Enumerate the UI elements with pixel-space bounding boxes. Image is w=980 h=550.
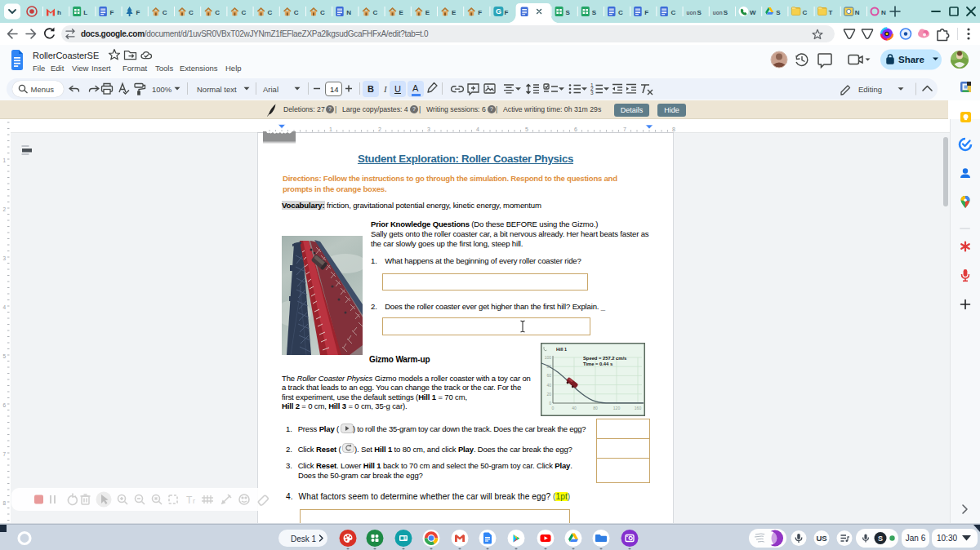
- svg-text:6: 6: [2, 402, 6, 408]
- svg-text:uon: uon: [713, 10, 723, 16]
- svg-text:N: N: [346, 9, 351, 16]
- svg-text:Desk 1: Desk 1: [291, 534, 317, 543]
- svg-text:Share: Share: [898, 55, 924, 64]
- svg-text:F: F: [478, 9, 482, 16]
- svg-text:h: h: [57, 9, 61, 16]
- svg-text:4: 4: [2, 304, 6, 310]
- svg-text:N: N: [881, 9, 886, 16]
- svg-text:E: E: [425, 9, 430, 16]
- svg-text:1: 1: [329, 126, 332, 132]
- svg-text:0: 0: [552, 406, 555, 410]
- svg-text:C: C: [189, 9, 194, 16]
- svg-text:G: G: [496, 7, 501, 16]
- svg-text:3: 3: [590, 90, 594, 95]
- svg-text:L: L: [83, 9, 87, 16]
- svg-text:4: 4: [476, 126, 479, 132]
- svg-text:7: 7: [623, 126, 626, 132]
- svg-text:6: 6: [574, 126, 577, 132]
- svg-text:60: 60: [546, 373, 551, 378]
- svg-text:1: 1: [2, 157, 6, 163]
- svg-text:N: N: [855, 9, 860, 16]
- svg-text:S: S: [566, 9, 571, 16]
- svg-text:C: C: [372, 9, 377, 16]
- svg-text:Speed = 257.2 cm/s: Speed = 257.2 cm/s: [583, 356, 626, 361]
- svg-text:F: F: [504, 9, 508, 16]
- svg-text:7: 7: [2, 451, 6, 457]
- svg-text:T: T: [186, 495, 193, 506]
- svg-text:Time = 0.44 s: Time = 0.44 s: [583, 361, 612, 366]
- svg-text:Jan 6: Jan 6: [906, 534, 926, 543]
- svg-text:C: C: [163, 9, 167, 16]
- svg-text:F: F: [109, 9, 114, 16]
- svg-text:2: 2: [378, 126, 381, 132]
- svg-text:S: S: [697, 9, 702, 16]
- svg-text:S: S: [878, 534, 883, 543]
- svg-text:E: E: [452, 9, 457, 16]
- svg-text:W: W: [750, 9, 756, 16]
- svg-text:120: 120: [613, 406, 621, 410]
- svg-text:C: C: [802, 9, 807, 16]
- svg-text:80: 80: [593, 406, 598, 410]
- svg-text:S: S: [776, 9, 781, 16]
- svg-text:C: C: [215, 9, 220, 16]
- svg-text:Hill 1: Hill 1: [556, 347, 567, 352]
- svg-text:20: 20: [546, 392, 551, 397]
- svg-text:160: 160: [635, 406, 642, 410]
- svg-text:E: E: [399, 9, 404, 16]
- svg-text:3: 3: [427, 126, 430, 132]
- svg-text:US: US: [816, 534, 826, 543]
- svg-text:T: T: [829, 9, 833, 16]
- svg-text:uon: uon: [687, 10, 697, 16]
- svg-text:S: S: [724, 9, 728, 16]
- svg-text:C: C: [670, 9, 675, 16]
- svg-text:C: C: [268, 9, 273, 16]
- svg-text:100: 100: [545, 355, 552, 360]
- svg-text:C: C: [320, 9, 325, 16]
- svg-text:C: C: [294, 9, 299, 16]
- svg-text:3: 3: [2, 255, 6, 261]
- svg-text:40: 40: [572, 406, 577, 410]
- svg-text:F: F: [136, 9, 140, 16]
- svg-text:10:30: 10:30: [937, 534, 957, 543]
- svg-text:S: S: [592, 9, 597, 16]
- svg-text:5: 5: [525, 126, 528, 132]
- svg-text:40: 40: [546, 383, 551, 388]
- svg-text:5: 5: [2, 353, 6, 359]
- svg-text:2: 2: [2, 206, 6, 212]
- svg-text:C: C: [618, 9, 623, 16]
- svg-text:8: 8: [2, 500, 6, 506]
- svg-text:C: C: [241, 9, 246, 16]
- svg-text:r: r: [193, 497, 195, 505]
- svg-text:F: F: [644, 9, 648, 16]
- svg-text:8: 8: [672, 126, 675, 132]
